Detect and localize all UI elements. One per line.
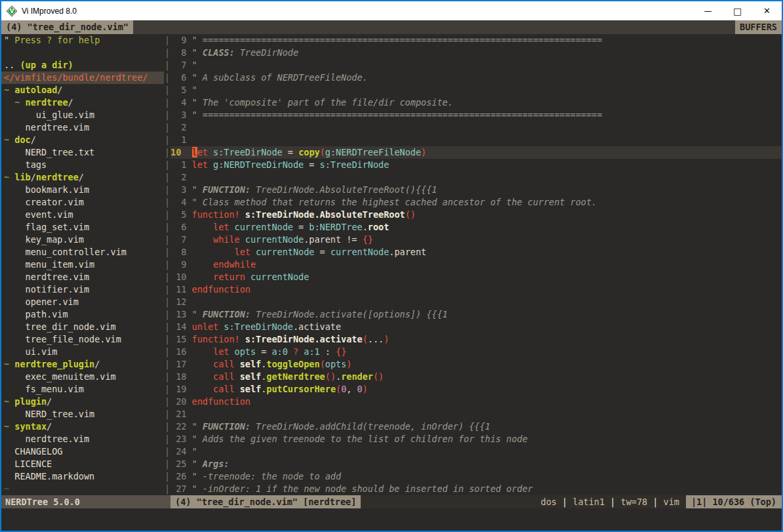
tab-tree-dir-node[interactable]: (4) "tree_dir_node.vim" (1, 20, 133, 34)
tree-item[interactable]: exec_menuitem.vim (1, 371, 164, 383)
tree-item[interactable] (1, 47, 164, 59)
code-line[interactable]: 7 while currentNode.parent != {} (171, 234, 782, 246)
tree-item[interactable]: tree_dir_node.vim (1, 321, 164, 333)
tree-item[interactable]: tags (1, 159, 164, 171)
code-line[interactable]: 15 function! s:TreeDirNode.activate(...) (171, 333, 782, 346)
tree-item[interactable]: NERD_tree.txt (1, 146, 164, 159)
code-line[interactable]: 21 (171, 408, 782, 420)
code-line[interactable]: 8 " CLASS: TreeDirNode (171, 47, 782, 59)
code-line[interactable]: 9 " ====================================… (171, 34, 782, 47)
tree-item[interactable]: CHANGELOG (1, 445, 164, 458)
tree-item[interactable]: creator.vim (1, 196, 164, 209)
code-line[interactable]: 3 " FUNCTION: TreeDirNode.AbsoluteTreeRo… (171, 184, 782, 196)
tree-item[interactable]: README.markdown (1, 470, 164, 483)
line-number: 26 (171, 470, 192, 483)
tree-item[interactable]: nerdtree.vim (1, 271, 164, 283)
code-line[interactable]: 2 (171, 171, 782, 184)
code-line[interactable]: 24 " (171, 445, 782, 458)
code-line[interactable]: 5 " (171, 84, 782, 96)
tree-item[interactable]: ui_glue.vim (1, 109, 164, 121)
tree-item[interactable]: fs_menu.vim (1, 383, 164, 396)
code-line[interactable]: 25 " Args: (171, 458, 782, 470)
statusline-spacer (361, 495, 540, 508)
close-button[interactable]: ✕ (752, 1, 782, 20)
line-number: 17 (171, 358, 192, 371)
line-number: 8 (171, 47, 192, 59)
title-bar[interactable]: V Vi IMproved 8.0 — □ ✕ (1, 1, 782, 20)
tree-item[interactable]: opener.vim (1, 296, 164, 308)
tree-item[interactable]: nerdtree.vim (1, 433, 164, 445)
code-line[interactable]: 18 call self.getNerdtree().render() (171, 371, 782, 383)
statusline-row: NERDTree 5.0.0 (4) "tree_dir_node.vim" [… (1, 495, 782, 508)
tree-item[interactable]: key_map.vim (1, 234, 164, 246)
code-line[interactable]: 9 endwhile (171, 258, 782, 271)
code-line[interactable]: 10 let s:TreeDirNode = copy(g:NERDTreeFi… (171, 146, 782, 159)
statusline-position: |1| 10/636 (Top) (686, 495, 782, 508)
code-line[interactable]: 20 endfunction (171, 396, 782, 408)
line-number: 7 (171, 234, 192, 246)
tree-item[interactable]: ~ nerdtree/ (1, 96, 164, 109)
tree-item[interactable]: event.vim (1, 209, 164, 221)
tree-item[interactable]: menu_item.vim (1, 258, 164, 271)
tree-item[interactable]: ui.vim (1, 346, 164, 358)
code-line[interactable]: 12 (171, 296, 782, 308)
tree-item[interactable]: ~ doc/ (1, 134, 164, 146)
tree-item[interactable]: nerdtree.vim (1, 121, 164, 134)
line-number: 19 (171, 383, 192, 396)
buffers-tab[interactable]: BUFFERS (735, 20, 782, 34)
code-line[interactable]: 19 call self.putCursorHere(0, 0) (171, 383, 782, 396)
tree-item[interactable]: ~ syntax/ (1, 420, 164, 433)
tree-item[interactable]: NERD_tree.vim (1, 408, 164, 420)
tree-item[interactable]: LICENCE (1, 458, 164, 470)
code-line[interactable]: 13 " FUNCTION: TreeDirNode.activate([opt… (171, 308, 782, 321)
tree-item[interactable]: path.vim (1, 308, 164, 321)
tree-item[interactable]: flag_set.vim (1, 221, 164, 234)
line-number: 16 (171, 346, 192, 358)
tree-item[interactable]: notifier.vim (1, 283, 164, 296)
tree-item[interactable]: .. (up a dir) (1, 59, 164, 72)
line-number: 13 (171, 308, 192, 321)
code-line[interactable]: 1 (171, 134, 782, 146)
code-line[interactable]: 3 " ====================================… (171, 109, 782, 121)
line-number: 3 (171, 184, 192, 196)
tree-item[interactable]: ~ nerdtree_plugin/ (1, 358, 164, 371)
tree-item[interactable]: ~ autoload/ (1, 84, 164, 96)
code-line[interactable]: 4 " The 'composite' part of the file/dir… (171, 96, 782, 109)
tree-item[interactable]: ~ plugin/ (1, 396, 164, 408)
code-line[interactable]: 22 " FUNCTION: TreeDirNode.addChild(tree… (171, 420, 782, 433)
code-line[interactable]: 1 let g:NERDTreeDirNode = s:TreeDirNode (171, 159, 782, 171)
tree-item[interactable]: bookmark.vim (1, 184, 164, 196)
code-line[interactable]: 14 unlet s:TreeDirNode.activate (171, 321, 782, 333)
command-line[interactable] (1, 508, 782, 531)
code-line[interactable]: 26 " -treenode: the node to add (171, 470, 782, 483)
nerdtree-panel: " Press ? for help.. (up a dir)</vimfile… (1, 34, 164, 495)
code-line[interactable]: 4 " Class method that returns the highes… (171, 196, 782, 209)
code-line[interactable]: 10 return currentNode (171, 271, 782, 283)
code-line[interactable]: 6 let currentNode = b:NERDTree.root (171, 221, 782, 234)
line-number: 6 (171, 72, 192, 84)
code-line[interactable]: 17 call self.toggleOpen(opts) (171, 358, 782, 371)
code-line[interactable]: 27 " -inOrder: 1 if the new node should … (171, 483, 782, 495)
code-line[interactable]: 11 endfunction (171, 283, 782, 296)
minimize-button[interactable]: — (693, 1, 723, 20)
code-line[interactable]: 23 " Adds the given treenode to the list… (171, 433, 782, 445)
tree-item[interactable]: ~ (1, 483, 164, 495)
tree-item[interactable]: " Press ? for help (1, 34, 164, 47)
code-line[interactable]: 7 " (171, 59, 782, 72)
line-number: 10 (171, 146, 192, 159)
maximize-button[interactable]: □ (723, 1, 752, 20)
code-line[interactable]: 8 let currentNode = currentNode.parent (171, 246, 782, 258)
line-number: 8 (171, 246, 192, 258)
code-line[interactable]: 16 let opts = a:0 ? a:1 : {} (171, 346, 782, 358)
window-split-separator[interactable]: | | | | | | | | | | | | | | | | | | | | … (164, 34, 171, 495)
code-line[interactable]: 5 function! s:TreeDirNode.AbsoluteTreeRo… (171, 209, 782, 221)
tree-item[interactable]: ~ lib/nerdtree/ (1, 171, 164, 184)
tree-item[interactable]: </vimfiles/bundle/nerdtree/ (1, 72, 164, 84)
line-number: 7 (171, 59, 192, 72)
code-line[interactable]: 6 " A subclass of NERDTreeFileNode. (171, 72, 782, 84)
line-number: 3 (171, 109, 192, 121)
vim-window: V Vi IMproved 8.0 — □ ✕ (4) "tree_dir_no… (0, 0, 783, 532)
code-line[interactable]: 2 (171, 121, 782, 134)
tree-item[interactable]: tree_file_node.vim (1, 333, 164, 346)
tree-item[interactable]: menu_controller.vim (1, 246, 164, 258)
